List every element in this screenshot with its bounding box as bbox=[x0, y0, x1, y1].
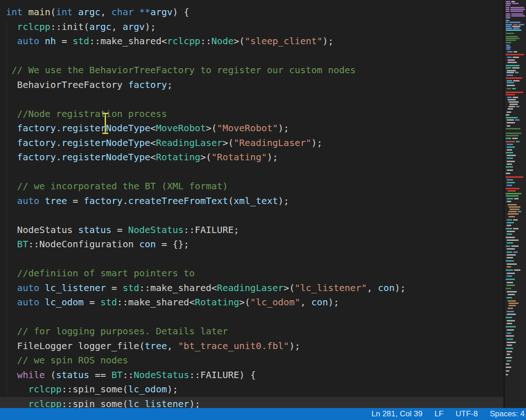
minimap-line bbox=[507, 297, 512, 298]
code-token: . bbox=[56, 152, 61, 163]
code-token bbox=[6, 35, 17, 47]
minimap-line bbox=[506, 335, 514, 337]
minimap[interactable] bbox=[503, 0, 526, 408]
code-token: , bbox=[112, 21, 123, 32]
code-line[interactable]: rclcpp::init(argc, argv); bbox=[0, 20, 503, 35]
code-token bbox=[6, 108, 17, 119]
code-line[interactable]: BT::NodeConfiguration con = {}; bbox=[0, 237, 503, 252]
code-line[interactable]: rclcpp::spin_some(lc_odom); bbox=[0, 382, 503, 397]
code-line[interactable]: auto nh = std::make_shared<rclcpp::Node>… bbox=[0, 34, 503, 49]
minimap-line bbox=[507, 149, 512, 151]
code-editor[interactable]: int main(int argc, char **argv) { rclcpp… bbox=[0, 0, 503, 408]
code-token: "MoveRobot" bbox=[217, 122, 278, 134]
minimap-line bbox=[507, 231, 515, 232]
minimap-line bbox=[506, 117, 518, 118]
code-line[interactable] bbox=[0, 165, 503, 180]
code-line[interactable]: //definiion of smart pointers to bbox=[0, 266, 503, 281]
minimap-line bbox=[506, 38, 520, 39]
minimap-line bbox=[506, 1, 510, 2]
status-encoding-indicator[interactable]: UTF-8 bbox=[455, 409, 478, 419]
minimap-line bbox=[507, 97, 512, 98]
minimap-line bbox=[507, 158, 513, 159]
code-line[interactable]: auto lc_odom = std::make_shared<Rotating… bbox=[0, 295, 503, 310]
code-line[interactable] bbox=[0, 310, 503, 325]
minimap-line bbox=[513, 219, 518, 221]
minimap-line bbox=[510, 7, 524, 8]
code-token bbox=[6, 181, 17, 192]
minimap-line bbox=[512, 138, 518, 139]
code-token: // We use the BehaviorTreeFactory to reg… bbox=[12, 64, 356, 76]
minimap-line bbox=[506, 188, 520, 189]
minimap-line bbox=[507, 155, 516, 156]
code-line[interactable]: rclcpp::spin_some(lc_listener); bbox=[0, 397, 503, 408]
minimap-line bbox=[507, 233, 512, 235]
minimap-line bbox=[506, 92, 523, 93]
minimap-line bbox=[506, 370, 509, 372]
status-indentation-indicator[interactable]: Spaces: 4 bbox=[490, 409, 525, 419]
code-token: ); bbox=[145, 21, 156, 32]
code-token: factory bbox=[17, 122, 56, 134]
code-token: , bbox=[367, 282, 378, 293]
minimap-line bbox=[506, 135, 519, 136]
minimap-line bbox=[507, 275, 512, 277]
minimap-line bbox=[507, 146, 515, 148]
code-line[interactable]: BehaviorTreeFactory factory; bbox=[0, 78, 503, 93]
code-line[interactable] bbox=[0, 49, 503, 64]
minimap-line bbox=[513, 57, 519, 58]
code-token: std bbox=[123, 282, 139, 293]
code-line[interactable]: factory.registerNodeType<Rotating>("Rota… bbox=[0, 150, 503, 165]
minimap-line bbox=[506, 3, 511, 4]
code-line[interactable]: // for logging purposes. Details later bbox=[0, 324, 503, 339]
code-line[interactable] bbox=[0, 252, 503, 267]
code-line[interactable]: FileLogger logger_file(tree, "bt_trace_u… bbox=[0, 339, 503, 354]
minimap-line bbox=[506, 193, 521, 194]
minimap-line bbox=[507, 314, 516, 315]
code-token: con bbox=[378, 282, 395, 293]
code-token: == bbox=[89, 369, 112, 380]
minimap-line bbox=[507, 248, 515, 250]
code-line[interactable]: NodeStatus status = NodeStatus::FAILURE; bbox=[0, 223, 503, 238]
code-token: lc_listener bbox=[128, 398, 189, 408]
minimap-line bbox=[507, 360, 511, 362]
code-token: MoveRobot bbox=[156, 122, 206, 134]
minimap-line bbox=[506, 47, 511, 48]
minimap-line bbox=[516, 141, 520, 142]
minimap-line bbox=[507, 219, 512, 221]
code-line[interactable] bbox=[0, 92, 503, 107]
code-lines: int main(int argc, char **argv) { rclcpp… bbox=[0, 5, 503, 408]
code-token: //Node registration process bbox=[17, 108, 167, 119]
code-line[interactable]: while (status == BT::NodeStatus::FAILURE… bbox=[0, 368, 503, 383]
code-token bbox=[6, 21, 17, 32]
minimap-line bbox=[507, 198, 513, 199]
code-line[interactable]: factory.registerNodeType<ReadingLaser>("… bbox=[0, 136, 503, 151]
code-token: ::spin_some( bbox=[61, 398, 128, 408]
code-token bbox=[39, 195, 45, 206]
minimap-line bbox=[506, 48, 510, 50]
minimap-line bbox=[510, 11, 523, 12]
code-token bbox=[6, 282, 17, 293]
code-token: rclcpp bbox=[28, 398, 61, 408]
minimap-line bbox=[507, 242, 513, 244]
code-line[interactable] bbox=[0, 208, 503, 223]
minimap-line bbox=[507, 163, 512, 165]
code-line[interactable]: // we incorporated the BT (XML format) bbox=[0, 179, 503, 194]
status-cursor-position[interactable]: Ln 281, Col 39 bbox=[372, 409, 423, 419]
code-token: rclcpp bbox=[17, 21, 50, 32]
minimap-line bbox=[514, 198, 519, 199]
code-token: std bbox=[100, 297, 117, 308]
minimap-line bbox=[516, 106, 520, 107]
code-line[interactable]: //Node registration process bbox=[0, 107, 503, 122]
status-eol-indicator[interactable]: LF bbox=[434, 409, 443, 419]
code-token: argv bbox=[123, 21, 145, 32]
code-token: argc bbox=[89, 21, 112, 32]
code-line[interactable]: // We use the BehaviorTreeFactory to reg… bbox=[0, 63, 503, 78]
minimap-line bbox=[507, 182, 515, 183]
minimap-line bbox=[506, 54, 524, 55]
code-line[interactable]: int main(int argc, char **argv) { bbox=[0, 5, 503, 20]
code-line[interactable]: factory.registerNodeType<MoveRobot>("Mov… bbox=[0, 121, 503, 136]
minimap-line bbox=[514, 51, 517, 52]
code-token bbox=[6, 64, 12, 76]
code-line[interactable]: auto tree = factory.createTreeFromText(x… bbox=[0, 194, 503, 209]
code-line[interactable]: // we spin ROS nodes bbox=[0, 353, 503, 368]
code-line[interactable]: auto lc_listener = std::make_shared<Read… bbox=[0, 281, 503, 296]
